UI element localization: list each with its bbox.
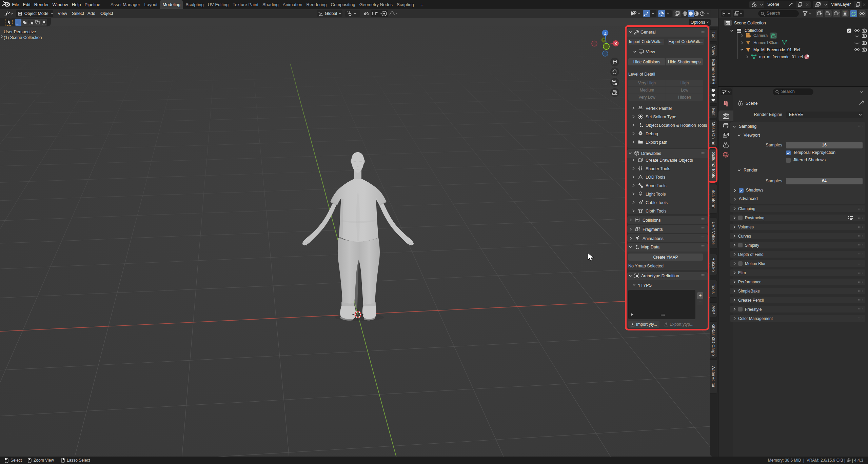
svg-text:X: X bbox=[614, 42, 617, 46]
svg-text:Y: Y bbox=[603, 38, 605, 42]
svg-text:Z: Z bbox=[604, 31, 607, 35]
